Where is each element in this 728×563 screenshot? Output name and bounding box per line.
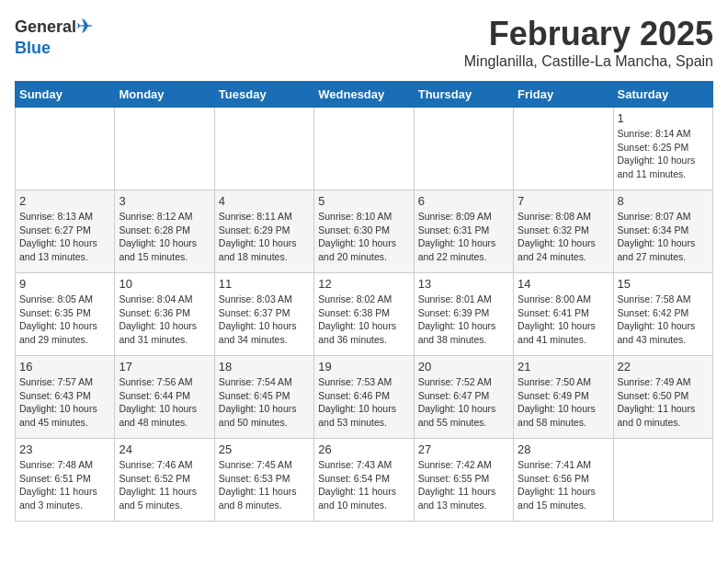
- calendar-cell: 28Sunrise: 7:41 AM Sunset: 6:56 PM Dayli…: [514, 439, 613, 522]
- day-header-wednesday: Wednesday: [314, 82, 414, 108]
- day-info: Sunrise: 7:52 AM Sunset: 6:47 PM Dayligh…: [418, 375, 509, 430]
- day-info: Sunrise: 8:14 AM Sunset: 6:25 PM Dayligh…: [618, 127, 709, 181]
- day-header-saturday: Saturday: [613, 82, 712, 108]
- calendar-cell: [115, 108, 214, 190]
- calendar-cell: 21Sunrise: 7:50 AM Sunset: 6:49 PM Dayli…: [514, 356, 613, 439]
- day-number: 9: [19, 277, 110, 291]
- day-number: 11: [219, 277, 310, 291]
- calendar-cell: [414, 108, 513, 190]
- calendar-cell: 10Sunrise: 8:04 AM Sunset: 6:36 PM Dayli…: [115, 273, 214, 356]
- day-info: Sunrise: 7:58 AM Sunset: 6:42 PM Dayligh…: [618, 293, 709, 347]
- day-info: Sunrise: 8:01 AM Sunset: 6:39 PM Dayligh…: [418, 293, 509, 347]
- calendar-cell: 22Sunrise: 7:49 AM Sunset: 6:50 PM Dayli…: [613, 356, 712, 439]
- calendar-cell: [314, 108, 414, 190]
- day-number: 17: [119, 360, 210, 373]
- week-row-1: 1Sunrise: 8:14 AM Sunset: 6:25 PM Daylig…: [16, 108, 713, 190]
- calendar-cell: 18Sunrise: 7:54 AM Sunset: 6:45 PM Dayli…: [214, 356, 313, 439]
- day-info: Sunrise: 7:48 AM Sunset: 6:51 PM Dayligh…: [19, 458, 110, 512]
- day-number: 15: [618, 277, 709, 291]
- calendar-cell: 24Sunrise: 7:46 AM Sunset: 6:52 PM Dayli…: [115, 439, 214, 522]
- day-number: 27: [418, 442, 509, 456]
- day-header-thursday: Thursday: [414, 82, 513, 108]
- day-number: 10: [119, 277, 210, 291]
- calendar-cell: [514, 108, 613, 190]
- calendar-cell: 5Sunrise: 8:10 AM Sunset: 6:30 PM Daylig…: [314, 190, 414, 273]
- day-info: Sunrise: 7:56 AM Sunset: 6:44 PM Dayligh…: [119, 375, 210, 430]
- day-info: Sunrise: 7:57 AM Sunset: 6:43 PM Dayligh…: [19, 375, 110, 430]
- day-info: Sunrise: 8:10 AM Sunset: 6:30 PM Dayligh…: [318, 210, 409, 264]
- day-info: Sunrise: 8:03 AM Sunset: 6:37 PM Dayligh…: [219, 293, 310, 347]
- day-number: 12: [318, 277, 409, 291]
- day-number: 6: [418, 194, 509, 208]
- day-info: Sunrise: 7:53 AM Sunset: 6:46 PM Dayligh…: [318, 375, 409, 430]
- day-info: Sunrise: 8:09 AM Sunset: 6:31 PM Dayligh…: [418, 210, 509, 264]
- calendar-cell: 27Sunrise: 7:42 AM Sunset: 6:55 PM Dayli…: [414, 439, 513, 522]
- month-title: February 2025: [464, 15, 713, 53]
- day-info: Sunrise: 7:43 AM Sunset: 6:54 PM Dayligh…: [318, 458, 409, 512]
- calendar-cell: [613, 439, 712, 522]
- calendar-cell: 1Sunrise: 8:14 AM Sunset: 6:25 PM Daylig…: [613, 108, 712, 190]
- day-number: 20: [418, 360, 509, 373]
- logo-bird-icon: ✈: [76, 15, 93, 39]
- day-info: Sunrise: 7:50 AM Sunset: 6:49 PM Dayligh…: [518, 375, 609, 430]
- day-number: 13: [418, 277, 509, 291]
- calendar-cell: 19Sunrise: 7:53 AM Sunset: 6:46 PM Dayli…: [314, 356, 414, 439]
- day-number: 22: [618, 360, 709, 373]
- week-row-2: 2Sunrise: 8:13 AM Sunset: 6:27 PM Daylig…: [16, 190, 713, 273]
- day-info: Sunrise: 8:04 AM Sunset: 6:36 PM Dayligh…: [119, 293, 210, 347]
- day-number: 8: [618, 194, 709, 208]
- calendar-cell: 8Sunrise: 8:07 AM Sunset: 6:34 PM Daylig…: [613, 190, 712, 273]
- page-header: General ✈ Blue February 2025 Minglanilla…: [15, 15, 713, 70]
- day-number: 4: [219, 194, 310, 208]
- day-number: 23: [19, 442, 110, 456]
- day-number: 1: [618, 111, 709, 125]
- calendar-cell: 7Sunrise: 8:08 AM Sunset: 6:32 PM Daylig…: [514, 190, 613, 273]
- day-info: Sunrise: 7:41 AM Sunset: 6:56 PM Dayligh…: [518, 458, 609, 512]
- calendar-cell: 9Sunrise: 8:05 AM Sunset: 6:35 PM Daylig…: [16, 273, 115, 356]
- day-number: 25: [219, 442, 310, 456]
- calendar-cell: 14Sunrise: 8:00 AM Sunset: 6:41 PM Dayli…: [514, 273, 613, 356]
- calendar-cell: 2Sunrise: 8:13 AM Sunset: 6:27 PM Daylig…: [16, 190, 115, 273]
- calendar-cell: 17Sunrise: 7:56 AM Sunset: 6:44 PM Dayli…: [115, 356, 214, 439]
- calendar-cell: [214, 108, 313, 190]
- day-number: 3: [119, 194, 210, 208]
- day-header-monday: Monday: [115, 82, 214, 108]
- calendar-cell: 3Sunrise: 8:12 AM Sunset: 6:28 PM Daylig…: [115, 190, 214, 273]
- day-number: 16: [19, 360, 110, 373]
- day-number: 21: [518, 360, 609, 373]
- day-info: Sunrise: 8:12 AM Sunset: 6:28 PM Dayligh…: [119, 210, 210, 264]
- calendar-header-row: SundayMondayTuesdayWednesdayThursdayFrid…: [16, 82, 713, 108]
- day-header-tuesday: Tuesday: [214, 82, 313, 108]
- day-info: Sunrise: 7:42 AM Sunset: 6:55 PM Dayligh…: [418, 458, 509, 512]
- title-section: February 2025 Minglanilla, Castille-La M…: [464, 15, 713, 70]
- day-info: Sunrise: 8:08 AM Sunset: 6:32 PM Dayligh…: [518, 210, 609, 264]
- day-number: 5: [318, 194, 409, 208]
- calendar-cell: 12Sunrise: 8:02 AM Sunset: 6:38 PM Dayli…: [314, 273, 414, 356]
- calendar-cell: 13Sunrise: 8:01 AM Sunset: 6:39 PM Dayli…: [414, 273, 513, 356]
- day-info: Sunrise: 7:46 AM Sunset: 6:52 PM Dayligh…: [119, 458, 210, 512]
- calendar-cell: 11Sunrise: 8:03 AM Sunset: 6:37 PM Dayli…: [214, 273, 313, 356]
- calendar-cell: 26Sunrise: 7:43 AM Sunset: 6:54 PM Dayli…: [314, 439, 414, 522]
- day-number: 26: [318, 442, 409, 456]
- day-info: Sunrise: 8:05 AM Sunset: 6:35 PM Dayligh…: [19, 293, 110, 347]
- day-info: Sunrise: 8:00 AM Sunset: 6:41 PM Dayligh…: [518, 293, 609, 347]
- day-info: Sunrise: 7:49 AM Sunset: 6:50 PM Dayligh…: [618, 375, 709, 430]
- calendar-cell: 4Sunrise: 8:11 AM Sunset: 6:29 PM Daylig…: [214, 190, 313, 273]
- calendar-table: SundayMondayTuesdayWednesdayThursdayFrid…: [15, 81, 713, 522]
- day-info: Sunrise: 8:13 AM Sunset: 6:27 PM Dayligh…: [19, 210, 110, 264]
- day-number: 18: [219, 360, 310, 373]
- calendar-cell: 25Sunrise: 7:45 AM Sunset: 6:53 PM Dayli…: [214, 439, 313, 522]
- calendar-cell: 20Sunrise: 7:52 AM Sunset: 6:47 PM Dayli…: [414, 356, 513, 439]
- day-header-sunday: Sunday: [16, 82, 115, 108]
- day-number: 24: [119, 442, 210, 456]
- day-number: 28: [518, 442, 609, 456]
- calendar-cell: 15Sunrise: 7:58 AM Sunset: 6:42 PM Dayli…: [613, 273, 712, 356]
- day-number: 7: [518, 194, 609, 208]
- logo: General ✈ Blue: [15, 15, 93, 58]
- calendar-cell: [16, 108, 115, 190]
- day-header-friday: Friday: [514, 82, 613, 108]
- calendar-cell: 6Sunrise: 8:09 AM Sunset: 6:31 PM Daylig…: [414, 190, 513, 273]
- logo-general: General: [15, 17, 76, 37]
- day-info: Sunrise: 7:45 AM Sunset: 6:53 PM Dayligh…: [219, 458, 310, 512]
- calendar-cell: 23Sunrise: 7:48 AM Sunset: 6:51 PM Dayli…: [16, 439, 115, 522]
